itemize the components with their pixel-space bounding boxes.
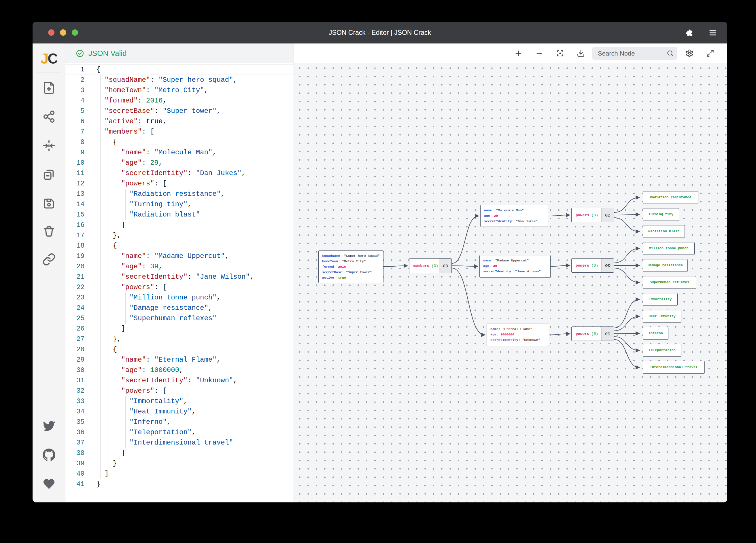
search-node-box[interactable] [592,47,677,60]
sponsor-link[interactable] [42,477,56,491]
extension-puzzle-icon[interactable] [685,29,694,37]
line-number: 13 [65,189,84,199]
fullscreen-button[interactable] [704,47,717,60]
line-number: 19 [65,251,84,262]
github-link[interactable] [42,448,56,461]
graph-node-powers-1[interactable]: powers (3) [571,208,614,222]
code-line-4[interactable]: 4"formed": 2016, [65,96,294,106]
code-line-11[interactable]: 11"secretIdentity": "Dan Jukes", [65,168,294,179]
graph-view-button[interactable] [42,110,56,123]
download-button[interactable] [574,47,587,60]
graph-node-leaf-8[interactable]: Heat Immunity [643,310,681,323]
code-line-20[interactable]: 20"age": 39, [65,262,294,272]
search-input[interactable] [597,47,665,60]
code-line-8[interactable]: 8{ [65,137,294,148]
graph-node-members[interactable]: members (3) [409,258,452,273]
code-text: "Inferno", [96,417,171,427]
code-line-22[interactable]: 22"powers": [ [65,282,294,292]
code-line-32[interactable]: 32"powers": [ [65,386,294,396]
graph-node-leaf-5[interactable]: Damage resistance [643,259,688,272]
code-line-6[interactable]: 6"active": true, [65,116,294,127]
leaf-text: Immortality [649,297,672,301]
code-line-41[interactable]: 41} [65,479,294,489]
code-line-5[interactable]: 5"secretBase": "Super tower", [65,106,294,116]
line-number: 6 [65,116,84,127]
code-line-36[interactable]: 36"Teleportation", [65,427,294,438]
graph-node-root[interactable]: squadName: "Super hero squad"homeTown: "… [318,251,383,283]
code-line-30[interactable]: 30"age": 1000000, [65,365,294,375]
line-number: 40 [65,469,84,479]
code-text: }, [96,230,121,241]
code-text: { [96,65,100,75]
zoom-in-button[interactable] [512,47,525,60]
graph-node-leaf-7[interactable]: Immortality [643,293,678,306]
code-line-14[interactable]: 14"Turning tiny", [65,199,294,210]
graph-node-leaf-2[interactable]: Turning tiny [643,208,679,221]
graph-node-member-2[interactable]: name: "Madame Uppercut"age: 39secretIden… [479,255,551,277]
new-document-button[interactable] [42,81,56,94]
save-button[interactable] [42,197,56,210]
settings-button[interactable] [683,47,696,60]
code-line-24[interactable]: 24"Damage resistance", [65,303,294,313]
expand-link-icon[interactable] [601,208,614,222]
expand-link-icon[interactable] [601,259,614,272]
code-line-9[interactable]: 9"name": "Molecule Man", [65,148,294,158]
code-line-37[interactable]: 37"Interdimensional travel" [65,438,294,448]
expand-link-icon[interactable] [601,327,614,340]
expand-link-icon[interactable] [439,259,451,273]
focus-button[interactable] [554,47,566,60]
graph-node-leaf-9[interactable]: Inferno [643,327,668,340]
titlebar[interactable]: JSON Crack - Editor | JSON Crack [33,22,727,44]
graph-canvas[interactable]: squadName: "Super hero squad"homeTown: "… [294,63,727,502]
code-line-7[interactable]: 7"members": [ [65,127,294,137]
code-line-15[interactable]: 15"Radiation blast" [65,210,294,220]
delete-button[interactable] [42,225,56,238]
code-line-17[interactable]: 17}, [65,230,294,241]
code-line-39[interactable]: 39} [65,458,294,469]
code-line-28[interactable]: 28{ [65,344,294,355]
code-line-31[interactable]: 31"secretIdentity": "Unknown", [65,375,294,386]
app-logo[interactable]: JC [33,50,65,67]
menu-icon[interactable] [708,29,717,37]
code-line-13[interactable]: 13"Radiation resistance", [65,189,294,199]
copy-button[interactable] [42,168,56,181]
search-icon[interactable] [666,50,674,57]
center-view-button[interactable] [42,139,56,152]
code-line-35[interactable]: 35"Inferno", [65,417,294,427]
code-line-19[interactable]: 19"name": "Madame Uppercut", [65,251,294,262]
share-link-button[interactable] [42,253,56,266]
graph-node-leaf-10[interactable]: Teleportation [643,344,681,357]
code-line-21[interactable]: 21"secretIdentity": "Jane Wilson", [65,272,294,282]
code-line-26[interactable]: 26] [65,323,294,334]
code-line-25[interactable]: 25"Superhuman reflexes" [65,313,294,323]
code-text: { [96,241,117,251]
graph-node-powers-2[interactable]: powers (3) [571,258,614,272]
graph-node-member-1[interactable]: name: "Molecule Man"age: 29secretIdentit… [480,205,548,227]
line-number: 15 [65,210,84,220]
code-line-12[interactable]: 12"powers": [ [65,179,294,189]
zoom-out-button[interactable] [533,47,546,60]
code-line-23[interactable]: 23"Million tonne punch", [65,292,294,303]
graph-node-leaf-6[interactable]: Superhuman reflexes [643,276,696,289]
code-line-33[interactable]: 33"Immortality", [65,396,294,406]
code-line-16[interactable]: 16] [65,220,294,230]
code-line-18[interactable]: 18{ [65,241,294,251]
code-line-29[interactable]: 29"name": "Eternal Flame", [65,355,294,365]
code-editor[interactable]: 1{2"squadName": "Super hero squad",3"hom… [65,65,294,489]
code-line-3[interactable]: 3"homeTown": "Metro City", [65,85,294,96]
code-line-10[interactable]: 10"age": 29, [65,158,294,168]
code-line-38[interactable]: 38] [65,448,294,458]
code-line-1[interactable]: 1{ [65,65,294,75]
graph-node-powers-3[interactable]: powers (5) [571,326,614,341]
graph-node-leaf-1[interactable]: Radiation resistance [643,191,698,204]
code-line-27[interactable]: 27}, [65,334,294,344]
code-line-2[interactable]: 2"squadName": "Super hero squad", [65,75,294,85]
graph-node-leaf-3[interactable]: Radiation blast [643,225,685,238]
graph-node-member-3[interactable]: name: "Eternal Flame"age: 1000000secretI… [487,323,549,346]
graph-node-leaf-11[interactable]: Interdimensional travel [643,361,705,374]
twitter-link[interactable] [42,419,56,433]
code-line-34[interactable]: 34"Heat Immunity", [65,406,294,417]
code-line-40[interactable]: 40] [65,469,294,479]
node-row: age: 29 [484,213,545,219]
graph-node-leaf-4[interactable]: Million tonne punch [643,242,695,255]
